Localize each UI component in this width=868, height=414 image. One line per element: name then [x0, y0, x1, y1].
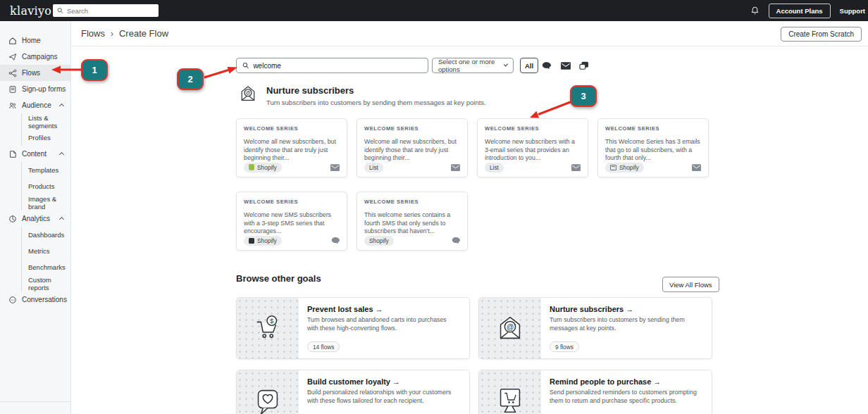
sidebar-item-label: Content: [22, 150, 46, 158]
goal-card-build-customer-loyalty[interactable]: Build customer loyalty→ Build personaliz…: [236, 370, 470, 414]
search-icon: [242, 62, 249, 69]
card-eyebrow: WELCOME SERIES: [244, 199, 340, 205]
sidebar-item-label: Custom reports: [28, 276, 70, 291]
card-eyebrow: WELCOME SERIES: [605, 125, 701, 132]
sidebar-item-label: Conversations: [22, 296, 67, 303]
view-all-flows-button[interactable]: View All Flows: [662, 277, 719, 292]
card-description: Welcome all new subscribers, but identif…: [244, 138, 340, 163]
template-card[interactable]: WELCOME SERIES Final SMS Discount→ This …: [356, 192, 468, 251]
sms-icon: [452, 237, 460, 244]
flow-search-input[interactable]: [253, 62, 422, 70]
arrow-icon: →: [376, 305, 383, 313]
section-subtitle: Turn subscribers into customers by sendi…: [266, 99, 486, 106]
sidebar-item-signup-forms[interactable]: Sign-up forms: [0, 81, 70, 97]
sidebar-divider: [0, 401, 70, 402]
goal-title-link[interactable]: Prevent lost sales→: [307, 305, 461, 313]
sidebar-item-lists-segments[interactable]: Lists & segments: [22, 113, 70, 130]
topbar: klaviyo Account Plans Support: [0, 0, 868, 21]
sidebar-item-profiles[interactable]: Profiles: [22, 130, 70, 146]
sidebar-analytics-subgroup: Dashboards Metrics Benchmarks Custom rep…: [21, 227, 70, 291]
create-from-scratch-button[interactable]: Create From Scratch: [781, 27, 862, 42]
breadcrumb-flows-link[interactable]: Flows: [81, 28, 105, 39]
goal-title: Nurture subscribers: [550, 305, 624, 313]
goal-card-prevent-lost-sales[interactable]: $ Prevent lost sales→ Turn browses and a…: [236, 297, 470, 359]
goal-card-remind-people-to-purchase[interactable]: Remind people to purchase→ Send personal…: [478, 370, 712, 414]
sidebar-item-label: Campaigns: [22, 53, 58, 61]
goal-card-nurture-subscribers[interactable]: @ Nurture subscribers→ Turn subscribers …: [478, 297, 712, 359]
klaviyo-logo[interactable]: klaviyo: [10, 4, 51, 18]
template-card[interactable]: WELCOME SERIES Customer v. Non-Customer→…: [356, 118, 468, 177]
support-link[interactable]: Support: [840, 7, 865, 15]
integration-badge: Shopify: [244, 163, 282, 172]
section-title: Nurture subscribers: [266, 85, 486, 96]
sidebar-item-custom-reports[interactable]: Custom reports: [22, 275, 70, 291]
cart-dollar-icon: $: [252, 312, 284, 344]
sidebar-item-label: Analytics: [22, 215, 50, 222]
notifications-bell-icon[interactable]: [750, 6, 760, 15]
sidebar-item-images-brand[interactable]: Images & brand: [22, 194, 70, 211]
sidebar-item-metrics[interactable]: Metrics: [22, 243, 70, 259]
analytics-icon: [8, 215, 17, 223]
sidebar-item-campaigns[interactable]: Campaigns: [0, 49, 70, 65]
flow-search[interactable]: [236, 58, 428, 73]
home-icon: [8, 37, 17, 45]
goal-icon-tile: [479, 370, 541, 414]
shopify-icon: [249, 238, 254, 244]
card-eyebrow: WELCOME SERIES: [364, 199, 460, 205]
badge-label: List: [369, 164, 378, 171]
list-badge: List: [485, 163, 504, 172]
email-icon: [330, 164, 340, 171]
arrow-icon: →: [392, 377, 400, 386]
global-search[interactable]: [53, 4, 159, 17]
annotation-arrow-1: [49, 63, 85, 76]
goal-title-link[interactable]: Build customer loyalty→: [307, 377, 461, 386]
sidebar-item-dashboards[interactable]: Dashboards: [22, 227, 70, 243]
goal-title: Remind people to purchase: [550, 377, 651, 386]
card-description: Welcome new subscribers with a 3-email s…: [485, 138, 581, 163]
goal-title-link[interactable]: Remind people to purchase→: [550, 377, 703, 386]
integration-badge: Shopify: [605, 163, 644, 172]
sidebar-item-conversations[interactable]: Conversations: [0, 291, 70, 308]
sidebar-item-label: Images & brand: [28, 195, 70, 211]
sidebar-audience-subgroup: Lists & segments Profiles: [21, 113, 70, 146]
global-search-input[interactable]: [67, 7, 154, 15]
integration-badge: Shopify: [364, 236, 394, 246]
flow-count-badge: 9 flows: [550, 341, 579, 352]
sms-icon: [542, 61, 551, 70]
goal-title: Prevent lost sales: [307, 305, 373, 313]
options-dropdown[interactable]: Select one or more options: [432, 58, 514, 73]
account-plans-button[interactable]: Account Plans: [769, 4, 831, 18]
svg-text:$: $: [270, 317, 274, 325]
integration-badge: Shopify: [244, 236, 282, 246]
template-card[interactable]: WELCOME SERIES Standard→ Welcome new sub…: [477, 118, 588, 177]
goal-title-link[interactable]: Nurture subscribers→: [550, 305, 703, 313]
chevron-up-icon: [59, 217, 64, 222]
filter-push-button[interactable]: [578, 60, 590, 71]
sidebar-content-subgroup: Templates Products Images & brand: [21, 162, 70, 211]
chevron-up-icon: [59, 104, 64, 108]
email-icon: [451, 164, 460, 171]
sidebar-item-benchmarks[interactable]: Benchmarks: [22, 259, 70, 275]
shopify-icon: [249, 164, 254, 170]
sidebar-item-templates[interactable]: Templates: [22, 162, 70, 178]
annotation-arrow-2: [202, 62, 241, 83]
badge-label: List: [490, 164, 499, 171]
sidebar-item-analytics[interactable]: Analytics: [0, 211, 70, 227]
chevron-up-icon: [59, 152, 64, 157]
goal-description: Turn browses and abandoned carts into pu…: [307, 316, 459, 333]
goal-description: Build personalized relationships with yo…: [307, 389, 459, 406]
sidebar-item-content[interactable]: Content: [0, 146, 70, 162]
goal-description: Send personalized reminders to customers…: [550, 389, 701, 406]
sidebar-item-products[interactable]: Products: [22, 178, 70, 194]
template-card[interactable]: WELCOME SERIES Final Email Discount→ Thi…: [597, 118, 709, 177]
audience-icon: [8, 101, 17, 110]
filter-email-button[interactable]: [559, 60, 572, 71]
template-card[interactable]: WELCOME SERIES Customer v. Non-Customer→…: [236, 118, 347, 177]
template-card[interactable]: WELCOME SERIES Unique Discount w/ Remind…: [236, 192, 347, 251]
badge-label: Shopify: [619, 164, 639, 171]
sidebar-item-home[interactable]: Home: [0, 32, 70, 49]
filter-all-button[interactable]: All: [520, 58, 538, 73]
main-content: Select one or more options All @ Nurture…: [71, 46, 868, 414]
filter-sms-button[interactable]: [540, 60, 552, 71]
sidebar-item-audience[interactable]: Audience: [0, 97, 70, 113]
